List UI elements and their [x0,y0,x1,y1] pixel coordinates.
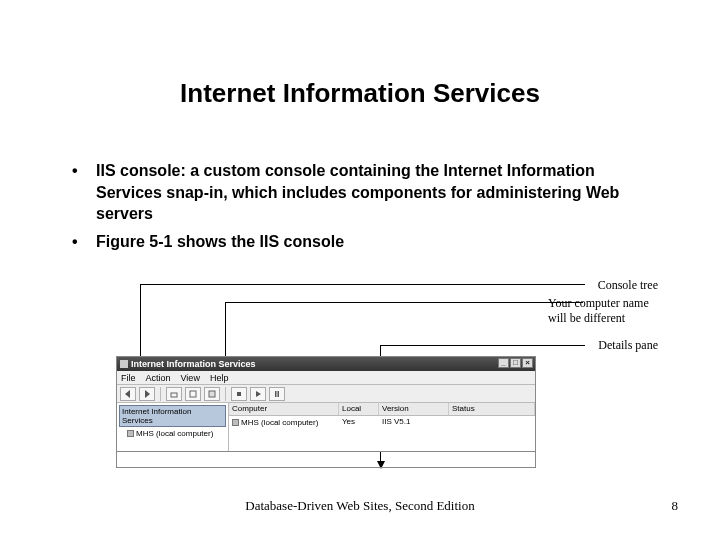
tree-node-label: MHS (local computer) [136,429,213,438]
computer-icon [232,419,239,426]
tree-node[interactable]: MHS (local computer) [127,429,226,438]
column-headers: Computer Local Version Status [229,403,535,416]
svg-rect-1 [190,391,196,397]
table-row[interactable]: MHS (local computer) Yes IIS V5.1 [229,416,535,428]
col-status[interactable]: Status [449,403,535,415]
svg-rect-5 [278,391,280,397]
menu-action[interactable]: Action [146,373,171,383]
window-title: Internet Information Services [131,359,256,369]
forward-button[interactable] [139,387,155,401]
bullet-list: IIS console: a custom console containing… [68,160,628,258]
menu-view[interactable]: View [181,373,200,383]
figure-area: Console tree Your computer name will be … [60,272,660,472]
leader-line [380,345,585,346]
back-button[interactable] [120,387,136,401]
leader-line [140,284,585,285]
toolbar-separator [160,387,161,401]
menu-file[interactable]: File [121,373,136,383]
close-button[interactable]: × [522,358,533,368]
cell-version: IIS V5.1 [379,416,449,428]
col-version[interactable]: Version [379,403,449,415]
cell-local: Yes [339,416,379,428]
callout-console-tree: Console tree [598,278,658,293]
footer-text: Database-Driven Web Sites, Second Editio… [0,498,720,514]
app-icon [120,360,128,368]
properties-button[interactable] [185,387,201,401]
tree-pane[interactable]: Internet Information Services MHS (local… [117,403,229,451]
cell-computer: MHS (local computer) [241,418,318,427]
cell-status [449,416,535,428]
menubar: File Action View Help [117,371,535,385]
callout-details-pane: Details pane [598,338,658,353]
page-number: 8 [672,498,679,514]
slide-title: Internet Information Services [0,78,720,109]
toolbar-separator [225,387,226,401]
stop-button[interactable] [231,387,247,401]
up-button[interactable] [166,387,182,401]
svg-rect-3 [237,392,241,396]
svg-rect-4 [275,391,277,397]
maximize-button[interactable]: □ [510,358,521,368]
col-local[interactable]: Local [339,403,379,415]
computer-icon [127,430,134,437]
svg-rect-0 [171,393,177,397]
start-button[interactable] [250,387,266,401]
menu-help[interactable]: Help [210,373,229,383]
details-pane[interactable]: Computer Local Version Status MHS (local… [229,403,535,451]
tree-root[interactable]: Internet Information Services [119,405,226,427]
col-computer[interactable]: Computer [229,403,339,415]
leader-line [225,302,583,303]
callout-computer-name: Your computer name will be different [548,296,658,326]
refresh-button[interactable] [204,387,220,401]
bullet-item: Figure 5-1 shows the IIS console [68,231,628,253]
slide: Internet Information Services IIS consol… [0,0,720,540]
minimize-button[interactable]: _ [498,358,509,368]
toolbar [117,385,535,403]
svg-rect-2 [209,391,215,397]
bullet-item: IIS console: a custom console containing… [68,160,628,225]
titlebar[interactable]: Internet Information Services _ □ × [117,357,535,371]
iis-console-window: Internet Information Services _ □ × File… [116,356,536,452]
console-body: Internet Information Services MHS (local… [117,403,535,451]
pause-button[interactable] [269,387,285,401]
